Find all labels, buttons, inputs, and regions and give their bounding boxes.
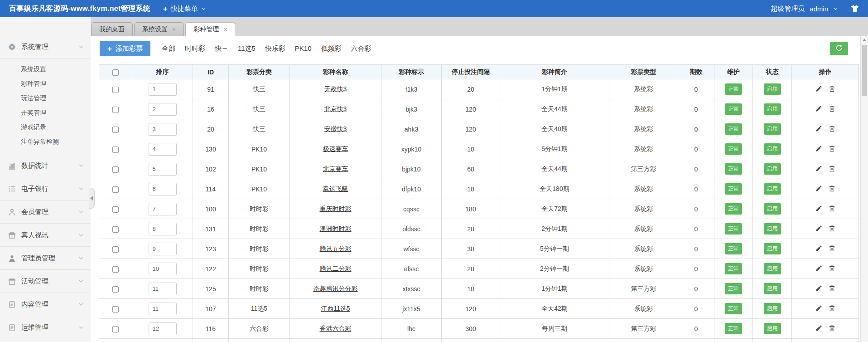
row-checkbox[interactable]	[112, 127, 119, 133]
delete-icon[interactable]	[829, 266, 835, 273]
sort-input[interactable]	[149, 303, 177, 315]
lottery-name-link[interactable]: 北京快3	[324, 105, 347, 112]
sidebar-item[interactable]: 彩种管理	[0, 76, 91, 91]
theme-shirt-icon[interactable]	[851, 5, 859, 12]
delete-icon[interactable]	[829, 126, 835, 133]
sort-input[interactable]	[149, 322, 177, 335]
sidebar-header-system-management[interactable]: 系统管理	[0, 35, 91, 58]
sort-input[interactable]	[149, 263, 177, 275]
edit-icon[interactable]	[815, 266, 822, 273]
sidebar-header-live-video[interactable]: 真人视讯	[0, 224, 91, 246]
tab-system-settings[interactable]: 系统设置×	[134, 22, 184, 36]
maintain-badge[interactable]: 正常	[725, 263, 742, 274]
edit-icon[interactable]	[815, 246, 822, 253]
edit-icon[interactable]	[815, 306, 822, 313]
row-checkbox[interactable]	[112, 326, 119, 332]
maintain-badge[interactable]: 正常	[725, 103, 742, 115]
maintain-badge[interactable]: 正常	[725, 283, 742, 294]
quick-menu-button[interactable]: + 快捷菜单	[163, 5, 206, 13]
sidebar-item[interactable]: 系统设置	[0, 62, 91, 76]
sidebar-item[interactable]: 注单异常检测	[0, 134, 91, 149]
row-checkbox[interactable]	[112, 147, 119, 153]
lottery-name-link[interactable]: 香港六合彩	[320, 325, 352, 332]
status-badge[interactable]: 启用	[764, 83, 781, 95]
category-filter[interactable]: 六合彩	[351, 44, 371, 53]
row-checkbox[interactable]	[112, 186, 119, 193]
edit-icon[interactable]	[815, 206, 822, 213]
category-filter[interactable]: 快乐彩	[265, 44, 285, 53]
category-filter[interactable]: PK10	[295, 44, 312, 53]
status-badge[interactable]: 启用	[764, 283, 781, 294]
lottery-name-link[interactable]: 安徽快3	[324, 125, 347, 132]
sidebar-collapse-handle[interactable]	[89, 188, 95, 209]
edit-icon[interactable]	[815, 186, 822, 193]
lottery-name-link[interactable]: 重庆时时彩	[320, 205, 352, 212]
row-checkbox[interactable]	[112, 87, 119, 93]
delete-icon[interactable]	[829, 286, 835, 293]
edit-icon[interactable]	[815, 226, 822, 233]
edit-icon[interactable]	[815, 106, 822, 113]
lottery-name-link[interactable]: 极速赛车	[323, 145, 348, 152]
maintain-badge[interactable]: 正常	[725, 163, 742, 175]
sidebar-item[interactable]: 游戏记录	[0, 120, 91, 134]
scroll-up-button[interactable]	[861, 36, 868, 44]
status-badge[interactable]: 启用	[764, 243, 781, 254]
lottery-name-link[interactable]: 腾讯五分彩	[320, 245, 352, 252]
delete-icon[interactable]	[829, 146, 835, 153]
status-badge[interactable]: 启用	[764, 323, 781, 334]
row-checkbox[interactable]	[112, 226, 119, 233]
category-filter[interactable]: 快三	[215, 44, 228, 53]
tab-close-icon[interactable]: ×	[172, 26, 176, 33]
row-checkbox[interactable]	[112, 266, 119, 273]
edit-icon[interactable]	[815, 146, 822, 153]
refresh-button[interactable]	[830, 42, 848, 55]
delete-icon[interactable]	[829, 326, 835, 333]
sort-input[interactable]	[149, 103, 177, 116]
lottery-name-link[interactable]: 江西11选5	[321, 305, 350, 312]
maintain-badge[interactable]: 正常	[725, 83, 742, 95]
row-checkbox[interactable]	[112, 306, 119, 313]
edit-icon[interactable]	[815, 86, 822, 93]
delete-icon[interactable]	[829, 86, 835, 93]
add-lottery-button[interactable]: + 添加彩票	[100, 41, 150, 56]
status-badge[interactable]: 启用	[764, 103, 781, 115]
status-badge[interactable]: 启用	[764, 263, 781, 274]
sidebar-header-ops-management[interactable]: 运维管理	[0, 316, 91, 339]
delete-icon[interactable]	[829, 206, 835, 213]
delete-icon[interactable]	[829, 186, 835, 193]
sort-input[interactable]	[149, 83, 177, 96]
user-menu[interactable]: 超级管理员 admin	[771, 5, 838, 13]
row-checkbox[interactable]	[112, 246, 119, 253]
maintain-badge[interactable]: 正常	[725, 143, 742, 155]
status-badge[interactable]: 启用	[764, 183, 781, 195]
sort-input[interactable]	[149, 123, 177, 136]
status-badge[interactable]: 启用	[764, 143, 781, 155]
select-all-checkbox[interactable]	[112, 69, 119, 76]
sidebar-header-e-banking[interactable]: 电子银行	[0, 177, 91, 200]
category-filter[interactable]: 时时彩	[185, 44, 205, 53]
category-filter[interactable]: 低频彩	[321, 44, 342, 53]
edit-icon[interactable]	[815, 286, 822, 293]
status-badge[interactable]: 启用	[764, 163, 781, 175]
delete-icon[interactable]	[829, 106, 835, 113]
sort-input[interactable]	[149, 183, 177, 195]
maintain-badge[interactable]: 正常	[725, 183, 742, 195]
status-badge[interactable]: 启用	[764, 223, 781, 235]
sidebar-header-content-management[interactable]: 内容管理	[0, 293, 91, 316]
sidebar-header-activity-management[interactable]: 活动管理	[0, 270, 91, 293]
lottery-name-link[interactable]: 奇趣腾讯分分彩	[313, 285, 358, 292]
tab-lottery-management[interactable]: 彩种管理×	[185, 22, 235, 36]
maintain-badge[interactable]: 正常	[725, 123, 742, 135]
category-filter[interactable]: 11选5	[238, 44, 256, 53]
edit-icon[interactable]	[815, 166, 822, 173]
sort-input[interactable]	[149, 283, 177, 295]
row-checkbox[interactable]	[112, 286, 119, 293]
edit-icon[interactable]	[815, 326, 822, 333]
delete-icon[interactable]	[829, 166, 835, 173]
row-checkbox[interactable]	[112, 206, 119, 213]
category-filter[interactable]: 全部	[162, 44, 175, 53]
sidebar-header-member-management[interactable]: 会员管理	[0, 200, 91, 223]
delete-icon[interactable]	[829, 306, 835, 313]
sort-input[interactable]	[149, 163, 177, 176]
lottery-name-link[interactable]: 幸运飞艇	[323, 185, 348, 192]
